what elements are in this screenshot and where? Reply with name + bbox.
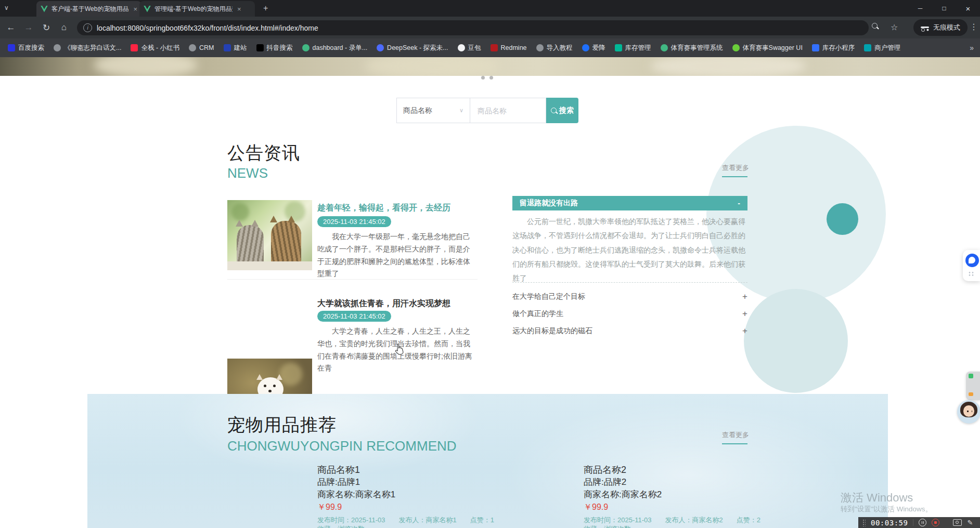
bookmark-label: 抖音搜索 [267, 44, 293, 52]
bookmark-star-icon[interactable]: ☆ [891, 22, 898, 32]
camera-icon[interactable] [953, 519, 962, 526]
bokeh-blob [279, 363, 302, 386]
news-more-link[interactable]: 查看更多 [722, 163, 749, 173]
bookmarks-bar: 百度搜索 《聊斋志异白话文... 全栈 - 小红书 CRM 建站 抖音搜索 da… [0, 38, 980, 57]
news-section-subtitle: NEWS [227, 165, 268, 181]
accordion-row[interactable]: 远大的目标是成功的磁石 + [512, 323, 747, 339]
search-input[interactable] [476, 106, 539, 115]
new-tab-button[interactable]: + [263, 4, 268, 13]
product-publisher: 发布人：商家名称2 [665, 516, 723, 525]
pause-icon[interactable] [919, 519, 926, 526]
bookmark-item[interactable]: 体育赛事Swagger UI [728, 41, 807, 55]
drag-handle-icon[interactable] [968, 271, 974, 276]
products-more-link[interactable]: 查看更多 [722, 430, 749, 440]
carousel-dot[interactable] [481, 76, 485, 80]
product-meta: 发布时间：2025-11-03 发布人：商家名称1 点赞：1 [317, 516, 494, 525]
bookmark-label: 体育赛事Swagger UI [743, 44, 803, 52]
expand-icon[interactable]: + [742, 309, 747, 319]
bookmark-favicon [224, 44, 231, 51]
banner-blob [650, 57, 806, 76]
address-bar[interactable]: i localhost:8080/springboot66fx32ko/fron… [77, 20, 869, 35]
bookmark-favicon [615, 44, 622, 51]
search-button[interactable]: 搜索 [546, 98, 578, 123]
forward-icon[interactable]: → [20, 22, 37, 33]
puppy-nose [268, 390, 272, 392]
panel-orange-dot [969, 392, 973, 396]
browser-tab-admin[interactable]: 管理端-基于Web的宠物用品交 × [139, 1, 255, 17]
bookmark-item[interactable]: 库存管理 [610, 41, 656, 55]
carousel-dot-active[interactable] [498, 76, 501, 80]
bookmark-item[interactable]: DeepSeek - 探索未... [372, 41, 453, 55]
close-window-button[interactable]: × [956, 0, 980, 17]
tab-list-chevron-icon[interactable]: ∨ [4, 4, 9, 11]
product-publisher: 发布人：商家名称1 [399, 516, 457, 525]
browser-tab-client[interactable]: 客户端-基于Web的宠物用品交 × [36, 1, 141, 17]
bookmark-item[interactable]: 《聊斋志异白话文... [49, 41, 126, 55]
product-name[interactable]: 商品名称2 [584, 464, 626, 476]
date-chip: 2025-11-03 21:45:02 [317, 216, 391, 227]
bookmarks-overflow-icon[interactable]: » [970, 44, 973, 52]
minimize-button[interactable]: ─ [908, 0, 932, 17]
windowsill [227, 261, 312, 270]
bookmark-item[interactable]: 库存小程序 [807, 41, 860, 55]
tab-close-icon[interactable]: × [133, 5, 137, 13]
bookmark-favicon [582, 44, 589, 51]
expand-icon[interactable]: + [742, 326, 747, 336]
browser-menu-icon[interactable]: ⋮ [970, 22, 978, 32]
bookmark-item[interactable]: 爱降 [577, 41, 610, 55]
news-item-title[interactable]: 趁着年轻，输得起，看得开，去经历 [317, 203, 450, 214]
product-brand: 品牌:品牌2 [584, 476, 626, 488]
expand-icon[interactable]: + [742, 292, 747, 302]
back-icon[interactable]: ← [2, 22, 20, 33]
extension-side-panel[interactable] [966, 372, 980, 400]
search-icon [551, 108, 557, 113]
bookmark-item[interactable]: 抖音搜索 [252, 41, 298, 55]
reload-icon[interactable]: ↻ [37, 22, 55, 33]
incognito-label: 无痕模式 [933, 23, 960, 32]
search-field-select[interactable]: 商品名称 ∨ [396, 98, 470, 123]
puppy-ear [256, 374, 263, 380]
accordion-row[interactable]: 做个真正的学生 + [512, 306, 747, 322]
maximize-button[interactable]: □ [932, 0, 956, 17]
bookmark-label: 百度搜索 [18, 44, 44, 52]
browser-assistant-widget[interactable] [963, 250, 980, 281]
browser-titlebar: ∨ 客户端-基于Web的宠物用品交 × 管理端-基于Web的宠物用品交 × + … [0, 0, 980, 17]
recorder-drag-handle[interactable] [862, 519, 866, 526]
news-item-title[interactable]: 大学就该抓住青春，用汗水实现梦想 [317, 298, 450, 309]
url-text: localhost:8080/springboot66fx32ko/front/… [97, 24, 318, 32]
bookmark-item[interactable]: CRM [184, 41, 218, 55]
home-icon[interactable]: ⌂ [55, 22, 73, 33]
date-chip: 2025-11-03 21:45:02 [317, 311, 391, 322]
news-item-excerpt[interactable]: 我在大学一年级那一年，毫无悬念地把自己吃成了一个胖子。不是那种巨大的胖子，而是介… [317, 231, 476, 280]
bookmark-item[interactable]: dashboard - 录单... [298, 41, 372, 55]
bookmark-item[interactable]: 全栈 - 小红书 [126, 41, 184, 55]
bookmark-item[interactable]: Redmine [486, 41, 532, 55]
zoom-icon[interactable] [872, 21, 878, 30]
accordion-header-open[interactable]: 留退路就没有出路 - [512, 196, 747, 210]
assistant-avatar[interactable] [957, 400, 980, 424]
news-image-kittens[interactable] [227, 200, 312, 270]
collapse-icon[interactable]: - [738, 199, 740, 207]
bookmark-item[interactable]: 豆包 [453, 41, 486, 55]
pencil-icon[interactable]: ✎ [967, 519, 973, 526]
assistant-logo-icon[interactable] [965, 254, 979, 267]
accordion-row[interactable]: 在大学给自己定个目标 + [512, 289, 747, 305]
stop-icon[interactable] [932, 519, 939, 526]
bookmark-item[interactable]: 建站 [219, 41, 252, 55]
product-name[interactable]: 商品名称1 [317, 464, 360, 476]
search-button-label: 搜索 [559, 106, 574, 115]
accordion-row-title: 远大的目标是成功的磁石 [512, 326, 592, 336]
bookmark-item[interactable]: 体育赛事管理系统 [656, 41, 728, 55]
news-item-date: 2025-11-03 21:45:02 [317, 311, 391, 322]
bookmark-item[interactable]: 导入教程 [532, 41, 577, 55]
bookmark-item[interactable]: 百度搜索 [3, 41, 49, 55]
bookmark-item[interactable]: 商户管理 [859, 41, 905, 55]
search-input-wrap [470, 98, 546, 123]
site-info-icon[interactable]: i [83, 23, 92, 32]
tab-close-icon[interactable]: × [237, 5, 241, 13]
decor-circle-small [744, 289, 848, 393]
recorder-separator [913, 519, 913, 526]
hero-carousel-image[interactable] [0, 57, 980, 76]
carousel-dot[interactable] [489, 76, 493, 80]
carousel-dots [481, 76, 501, 80]
